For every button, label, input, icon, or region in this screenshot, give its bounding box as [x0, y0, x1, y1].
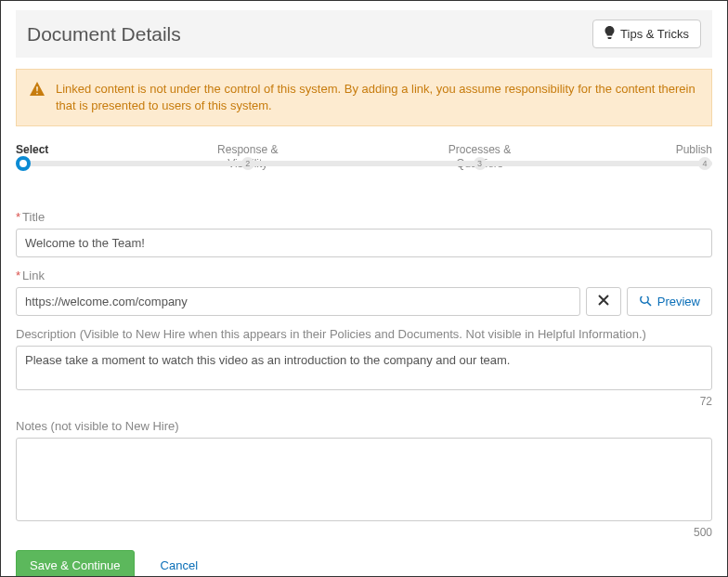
step-marker-1[interactable]: [16, 156, 31, 171]
step-marker-2[interactable]: 2: [241, 157, 254, 170]
notes-textarea[interactable]: [16, 438, 712, 521]
actions-row: Save & Continue Cancel: [16, 550, 712, 577]
title-label: *Title: [16, 210, 712, 224]
tips-tricks-label: Tips & Tricks: [620, 27, 689, 41]
title-group: *Title: [16, 210, 712, 257]
step-track: 2 3 4: [16, 161, 712, 166]
preview-icon: [639, 294, 652, 309]
close-icon: [598, 295, 609, 308]
page-title: Document Details: [27, 23, 181, 46]
warning-text: Linked content is not under the control …: [56, 81, 698, 114]
description-char-count: 72: [16, 395, 712, 408]
document-details-page: Document Details Tips & Tricks Linked co…: [0, 0, 728, 577]
svg-point-0: [641, 295, 648, 303]
warning-alert: Linked content is not under the control …: [16, 69, 712, 126]
link-label: *Link: [16, 269, 712, 282]
preview-button[interactable]: Preview: [627, 287, 712, 316]
description-group: Description (Visible to New Hire when th…: [16, 327, 712, 408]
description-label: Description (Visible to New Hire when th…: [16, 327, 712, 341]
save-continue-button[interactable]: Save & Continue: [16, 550, 135, 577]
lightbulb-icon: [604, 26, 615, 42]
step-marker-4[interactable]: 4: [698, 157, 711, 170]
step-marker-3[interactable]: 3: [474, 157, 487, 170]
description-textarea[interactable]: [16, 346, 712, 390]
preview-label: Preview: [657, 295, 700, 308]
link-input[interactable]: [16, 287, 580, 316]
cancel-link[interactable]: Cancel: [161, 558, 198, 572]
svg-rect-2: [641, 295, 648, 296]
tips-tricks-button[interactable]: Tips & Tricks: [592, 20, 701, 48]
svg-line-1: [647, 303, 651, 307]
header-bar: Document Details Tips & Tricks: [16, 10, 712, 58]
notes-char-count: 500: [16, 526, 712, 539]
progress-stepper: Select Response &Visibility Processes &Q…: [16, 143, 712, 188]
warning-icon: [30, 81, 45, 114]
notes-group: Notes (not visible to New Hire) 500: [16, 419, 712, 539]
step-label-publish: Publish: [656, 143, 712, 156]
clear-link-button[interactable]: [586, 287, 621, 316]
title-input[interactable]: [16, 229, 712, 257]
step-label-select: Select: [16, 143, 72, 156]
notes-label: Notes (not visible to New Hire): [16, 419, 712, 433]
link-group: *Link Preview: [16, 269, 712, 316]
